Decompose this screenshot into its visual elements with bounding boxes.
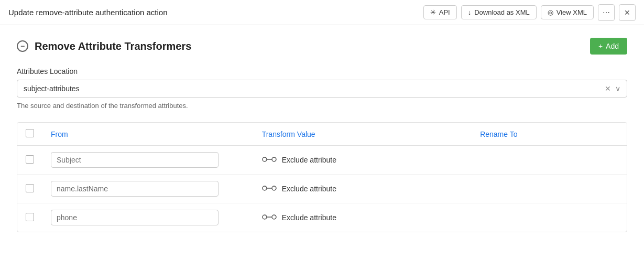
row3-transform-label: Exclude attribute: [282, 213, 336, 222]
api-icon: ✳: [430, 8, 436, 16]
table-row: Exclude attribute: [17, 203, 627, 232]
row1-checkbox[interactable]: [26, 155, 34, 164]
page-title: Update remove-attribute authentication a…: [8, 8, 168, 17]
section-title-group: − Remove Attribute Transformers: [17, 40, 191, 52]
header-actions: ✳ API ↓ Download as XML ◎ View XML ⋯ ✕: [423, 4, 636, 21]
section-title: Remove Attribute Transformers: [35, 40, 191, 52]
header-rename: Rename To: [472, 123, 627, 146]
row2-from-input[interactable]: [51, 181, 219, 197]
row1-from-input[interactable]: [51, 152, 219, 168]
header: Update remove-attribute authentication a…: [0, 0, 644, 25]
more-icon: ⋯: [603, 8, 610, 17]
table-row: Exclude attribute: [17, 175, 627, 203]
transformers-table: From Transform Value Rename To: [17, 123, 627, 232]
row3-transform-group: Exclude attribute: [262, 213, 463, 222]
row2-rename-cell: [472, 175, 627, 203]
row2-transform-group: Exclude attribute: [262, 185, 463, 193]
api-button[interactable]: ✳ API: [423, 5, 457, 19]
select-icons: ✕ ∨: [605, 84, 620, 93]
header-checkbox-col: [17, 123, 42, 146]
row2-checkbox-cell: [17, 175, 42, 203]
row3-rename-cell: [472, 203, 627, 232]
close-button[interactable]: ✕: [619, 4, 636, 21]
attributes-location-select[interactable]: subject-attributes ✕ ∨: [17, 80, 627, 98]
chevron-down-icon: ∨: [615, 84, 620, 93]
row1-link-icon: [262, 156, 277, 165]
row1-transform-group: Exclude attribute: [262, 156, 463, 165]
svg-point-0: [263, 157, 267, 161]
row2-transform-cell: Exclude attribute: [254, 175, 472, 203]
row1-checkbox-cell: [17, 146, 42, 175]
header-transform: Transform Value: [254, 123, 472, 146]
attributes-location-label: Attributes Location: [17, 67, 627, 75]
row3-transform-cell: Exclude attribute: [254, 203, 472, 232]
download-xml-button[interactable]: ↓ Download as XML: [461, 5, 537, 19]
row2-link-icon: [262, 185, 277, 193]
header-from: From: [42, 123, 254, 146]
add-icon: +: [598, 42, 603, 50]
close-icon: ✕: [624, 8, 630, 17]
table-header-row: From Transform Value Rename To: [17, 123, 627, 146]
svg-point-7: [272, 215, 276, 219]
row3-from-input[interactable]: [51, 210, 219, 225]
add-button[interactable]: + Add: [590, 38, 627, 55]
row2-checkbox[interactable]: [26, 184, 34, 192]
row3-link-icon: [262, 213, 277, 222]
view-xml-button[interactable]: ◎ View XML: [541, 5, 594, 19]
header-checkbox[interactable]: [26, 129, 34, 137]
row2-from-cell: [42, 175, 254, 203]
row1-from-cell: [42, 146, 254, 175]
svg-point-1: [272, 157, 276, 161]
section-header: − Remove Attribute Transformers + Add: [17, 38, 627, 55]
svg-point-4: [272, 186, 276, 190]
row2-transform-label: Exclude attribute: [282, 185, 336, 193]
svg-point-6: [263, 215, 267, 219]
more-options-button[interactable]: ⋯: [598, 4, 615, 21]
clear-icon[interactable]: ✕: [605, 84, 611, 93]
attributes-location-value: subject-attributes: [24, 84, 80, 93]
row1-transform-label: Exclude attribute: [282, 156, 336, 164]
table-container: From Transform Value Rename To: [17, 122, 627, 232]
main-content: − Remove Attribute Transformers + Add At…: [0, 25, 644, 245]
row3-from-cell: [42, 203, 254, 232]
svg-point-3: [263, 186, 267, 190]
table-row: Exclude attribute: [17, 146, 627, 175]
row3-checkbox-cell: [17, 203, 42, 232]
field-description: The source and destination of the transf…: [17, 102, 627, 110]
row1-rename-cell: [472, 146, 627, 175]
collapse-button[interactable]: −: [17, 40, 28, 52]
eye-icon: ◎: [548, 8, 553, 16]
row3-checkbox[interactable]: [26, 213, 34, 221]
download-icon: ↓: [468, 8, 472, 16]
collapse-icon: −: [20, 42, 25, 50]
row1-transform-cell: Exclude attribute: [254, 146, 472, 175]
